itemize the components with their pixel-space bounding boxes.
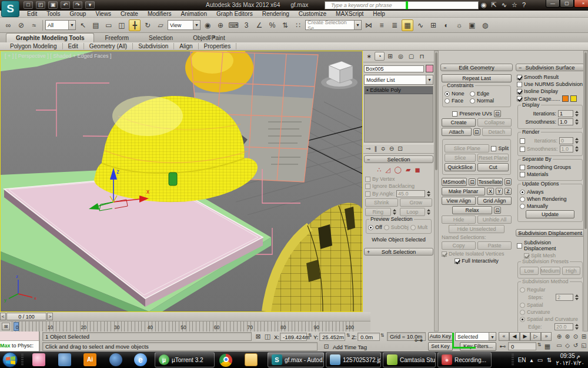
ring-button[interactable]: Ring (365, 208, 391, 216)
unhide-all-button[interactable]: Unhide All (477, 216, 512, 224)
ribbon-subtab[interactable]: Polygon Modeling (5, 43, 63, 49)
tray-expand-icon[interactable]: ▴ (530, 357, 533, 363)
method-spatial-radio[interactable] (520, 303, 525, 308)
edge-spinner[interactable] (575, 323, 580, 330)
constraint-none-radio[interactable] (445, 91, 450, 97)
menu-item[interactable]: Views (91, 11, 116, 17)
toolbar-icon[interactable]: ⊞ (427, 19, 439, 31)
stack-tool-icon[interactable]: ∥ (374, 145, 377, 152)
ribbon-tab[interactable]: Freeform (95, 34, 138, 42)
toolbar-icon[interactable]: ⊕ (215, 19, 226, 31)
view-align-button[interactable]: View Align (442, 197, 476, 205)
attach-settings-icon[interactable]: ⊡ (473, 128, 480, 135)
toolbar-icon[interactable]: ☼ (453, 19, 465, 31)
preview-subobj-radio[interactable] (384, 225, 389, 230)
toolbar-icon[interactable]: ∿ (415, 19, 426, 31)
delete-isolated-vertices-checkbox[interactable] (442, 251, 447, 257)
undo-icon[interactable]: ↶ (61, 1, 70, 9)
toolbar-icon[interactable]: ◐ (440, 19, 452, 31)
add-time-tag[interactable]: Add Time Tag (333, 344, 367, 350)
toolbar-icon[interactable]: ▱ (155, 19, 166, 31)
favorites-star-icon[interactable]: ☆ (512, 1, 517, 9)
minimize-button[interactable]: — (546, 0, 560, 8)
viewport-canvas[interactable]: z x z x y (1, 51, 362, 311)
command-panel-tab-icon[interactable]: ⊓ (417, 52, 427, 61)
x-spinner[interactable]: ⇅ (308, 333, 312, 338)
panel-scrollbar[interactable] (583, 51, 588, 331)
toolbar-icon[interactable]: % (266, 19, 278, 31)
internet-explorer-icon[interactable]: e (134, 353, 147, 366)
soft-selection-rollout-header[interactable]: Soft Selection (364, 248, 433, 256)
playback-button[interactable]: ▶ (520, 332, 530, 341)
project-dropdown-icon[interactable]: ▾ (85, 1, 95, 9)
ring-spinner[interactable] (393, 208, 398, 216)
maxscript-mini-listener[interactable]: Max to Physc: (0, 331, 40, 352)
track-bar[interactable]: ⊞ 0102030405060708090100 (0, 321, 370, 331)
subobject-icon[interactable]: ▰ (406, 166, 410, 174)
z-coord-field[interactable]: 0.0m (358, 333, 380, 341)
taskbar-window-camtasia[interactable]: Camtasia Studi... (383, 352, 436, 367)
menu-item[interactable]: Help (368, 11, 390, 17)
tessellate-button[interactable]: Tessellate (477, 178, 503, 186)
next-key-arrow[interactable]: > (47, 313, 53, 320)
by-vertex-checkbox[interactable] (365, 177, 370, 182)
taskbar-clock[interactable]: 09:35 م ٢٠١٢/٠٧/٢٠ (556, 353, 584, 367)
selection-lock-icon[interactable]: ⊠ (254, 333, 262, 340)
repeat-last-button[interactable]: Repeat Last (442, 74, 512, 82)
illustrator-icon[interactable]: Ai (83, 353, 96, 366)
taskbar-window-image[interactable]: 1257025372.jpg... (326, 352, 381, 367)
language-indicator[interactable]: EN (518, 357, 526, 363)
display-smoothness-spinner[interactable] (575, 118, 580, 125)
command-panel-tab-icon[interactable]: ◎ (396, 52, 406, 61)
toolbar-icon[interactable]: ◍ (479, 19, 491, 31)
cut-button[interactable]: Cut (477, 163, 509, 171)
y-spinner[interactable]: ⇅ (346, 333, 350, 338)
subobject-icon[interactable]: ◿ (385, 166, 390, 174)
create-button[interactable]: Create (442, 118, 476, 127)
object-color-swatch[interactable] (426, 65, 433, 72)
viewport-nav-icon[interactable]: ↺ (572, 341, 580, 350)
update-always-radio[interactable] (520, 190, 525, 195)
viewport-nav-icon[interactable]: ◇ (563, 341, 572, 350)
planar-y-button[interactable]: Y (496, 188, 503, 195)
hide-selected-button[interactable]: Hide Selected (442, 216, 476, 224)
set-key-button[interactable]: Set Key (428, 342, 453, 351)
make-planar-button[interactable]: Make Planar (442, 187, 485, 195)
reset-plane-button[interactable]: Reset Plane (477, 154, 509, 162)
search-icon[interactable]: ◉ (481, 1, 487, 9)
preset-high-button[interactable]: High (562, 267, 581, 275)
subdivision-displacement-rollout-header[interactable]: Subdivision Displacement (516, 229, 584, 237)
ribbon-subtab[interactable]: Align (174, 43, 198, 49)
named-selection-set-dropdown[interactable]: Create Selection Se▼ (305, 20, 362, 30)
viewport-nav-icon[interactable]: ⊕ (555, 332, 563, 341)
subobject-icon[interactable]: ∴ (377, 166, 381, 174)
toolbar-icon[interactable]: ◫ (116, 19, 128, 31)
slice-button[interactable]: Slice (445, 154, 476, 162)
toolbar-icon[interactable]: ∞ (2, 19, 14, 31)
pinned-app-icon[interactable] (32, 353, 45, 366)
update-manually-radio[interactable] (520, 204, 525, 209)
cage-color-swatch-2[interactable] (570, 95, 577, 102)
subobject-icon[interactable]: ◯ (395, 166, 402, 174)
command-panel-tab-icon[interactable]: ◔ (375, 52, 385, 61)
time-tag-icon[interactable]: ⊡ (322, 343, 330, 350)
stack-tool-icon[interactable]: ⊸ (366, 145, 370, 152)
pinned-app-icon[interactable] (58, 353, 71, 366)
display-iterations-field[interactable]: 1 (558, 110, 573, 117)
preserve-uvs-checkbox[interactable] (452, 111, 457, 117)
show-keyable-icon[interactable]: ▦ (543, 343, 552, 350)
toolbar-icon[interactable]: ≣ (389, 19, 400, 31)
z-spinner[interactable]: ⇅ (380, 333, 385, 338)
modifier-stack-row[interactable]: ▪Editable Poly (365, 87, 433, 94)
open-mini-curve-editor-icon[interactable]: ⊞ (2, 323, 10, 330)
method-curvature-radio[interactable] (520, 310, 525, 315)
menu-item[interactable]: Animation (176, 11, 211, 17)
loop-spinner[interactable] (427, 208, 432, 216)
open-file-icon[interactable]: ◰ (36, 1, 45, 9)
toolbar-icon[interactable]: ▤ (90, 19, 102, 31)
redo-icon[interactable]: ↷ (73, 1, 82, 9)
playback-button[interactable]: « (499, 332, 509, 341)
toolbar-icon[interactable]: ▭ (103, 19, 115, 31)
menu-item[interactable]: Rendering (258, 11, 294, 17)
toolbar-icon[interactable]: ▣ (466, 19, 478, 31)
